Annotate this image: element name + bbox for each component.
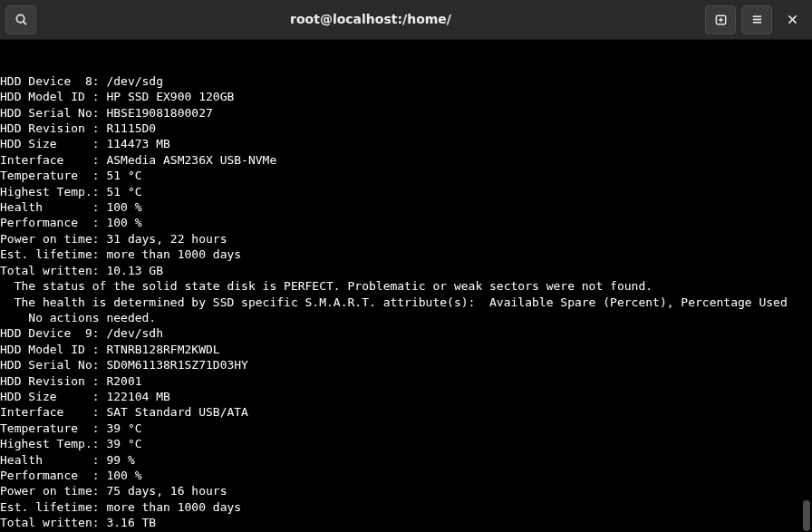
close-button[interactable] <box>778 5 807 34</box>
search-button[interactable] <box>5 5 36 34</box>
terminal-line: Interface : ASMedia ASM236X USB-NVMe <box>0 152 812 168</box>
terminal-line: Total written: 10.13 GB <box>0 263 812 278</box>
svg-line-1 <box>23 22 25 24</box>
terminal-line: Total written: 3.16 TB <box>0 515 812 530</box>
terminal-line: Highest Temp.: 51 °C <box>0 184 812 199</box>
titlebar-right <box>705 5 807 34</box>
terminal-line: Est. lifetime: more than 1000 days <box>0 499 812 515</box>
terminal-line: Power on time: 75 days, 16 hours <box>0 483 812 498</box>
terminal-line: Est. lifetime: more than 1000 days <box>0 247 812 262</box>
terminal-line: HDD Revision : R2001 <box>0 373 812 389</box>
terminal-line: Health : 99 % <box>0 452 812 468</box>
titlebar: root@localhost:/home/ <box>0 0 812 40</box>
terminal-line: Highest Temp.: 39 °C <box>0 436 812 451</box>
terminal-line: HDD Revision : R1115D0 <box>0 121 812 136</box>
terminal-line: Power on time: 31 days, 22 hours <box>0 231 812 247</box>
terminal-line: Temperature : 39 °C <box>0 421 812 436</box>
terminal-line: HDD Size : 114473 MB <box>0 136 812 151</box>
svg-point-0 <box>16 15 24 22</box>
terminal-line: HDD Size : 122104 MB <box>0 389 812 404</box>
terminal-line: Performance : 100 % <box>0 215 812 230</box>
terminal-line: HDD Serial No: HBSE19081800027 <box>0 105 812 121</box>
window-title: root@localhost:/home/ <box>42 12 700 27</box>
menu-button[interactable] <box>741 5 772 34</box>
new-tab-icon <box>714 13 728 26</box>
terminal-line: The status of the solid state disk is PE… <box>0 278 812 294</box>
terminal-line: Temperature : 51 °C <box>0 168 812 183</box>
terminal-line: Interface : SAT Standard USB/ATA <box>0 404 812 420</box>
terminal-line: HDD Serial No: SD0M61138R1SZ71D03HY <box>0 357 812 372</box>
terminal-line: HDD Device 9: /dev/sdh <box>0 325 812 341</box>
terminal-output[interactable]: HDD Device 8: /dev/sdgHDD Model ID : HP … <box>0 40 812 532</box>
terminal-line: No actions needed. <box>0 310 812 325</box>
terminal-line: Performance : 100 % <box>0 468 812 483</box>
terminal-line: HDD Model ID : HP SSD EX900 120GB <box>0 89 812 104</box>
hamburger-icon <box>750 13 764 26</box>
terminal-line: Health : 100 % <box>0 199 812 215</box>
close-icon <box>787 14 798 25</box>
scrollbar-thumb[interactable] <box>803 500 810 531</box>
search-icon <box>14 13 28 26</box>
terminal-line: HDD Model ID : RTNRB128RFM2KWDL <box>0 342 812 357</box>
terminal-line: The health is determined by SSD specific… <box>0 295 812 310</box>
new-tab-button[interactable] <box>705 5 736 34</box>
terminal-line: HDD Device 8: /dev/sdg <box>0 73 812 89</box>
